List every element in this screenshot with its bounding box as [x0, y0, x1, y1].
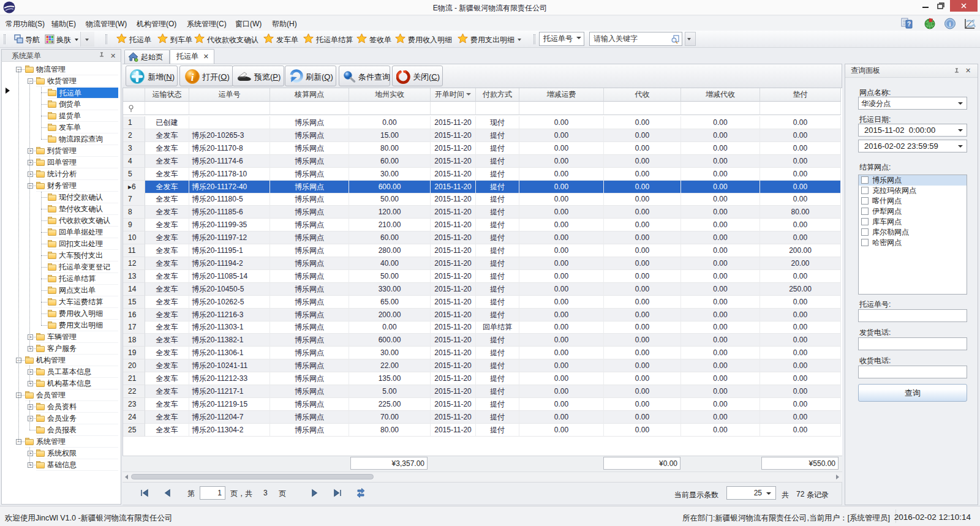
- svg-text:i: i: [949, 21, 951, 28]
- svg-text:?: ?: [907, 21, 911, 28]
- svg-text:i: i: [191, 72, 194, 83]
